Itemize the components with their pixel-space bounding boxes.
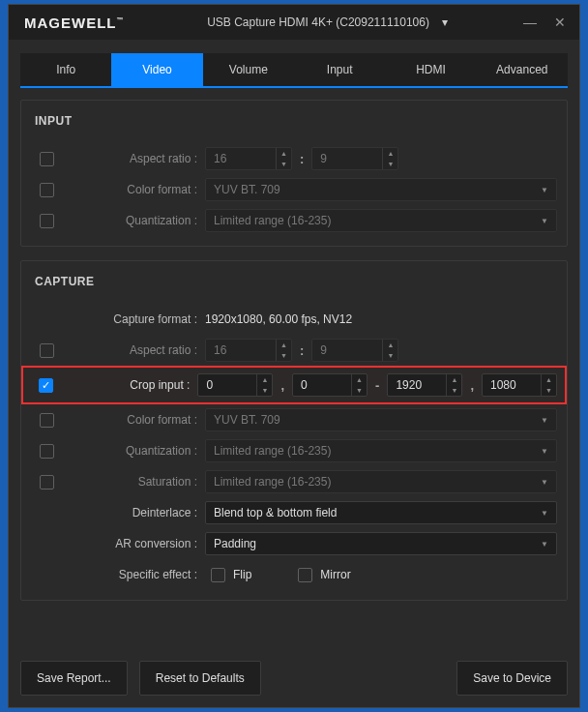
comma-separator: , <box>279 378 286 393</box>
label-capture-format: Capture format : <box>62 312 205 326</box>
checkbox-input-aspect-ratio[interactable] <box>40 152 54 166</box>
chevron-up-icon[interactable]: ▲ <box>352 374 367 385</box>
comma-separator: , <box>468 378 476 393</box>
window-controls: — ✕ <box>523 15 572 29</box>
chevron-down-icon: ▼ <box>541 540 548 549</box>
checkbox-capture-quantization[interactable] <box>40 444 54 459</box>
chevron-up-icon[interactable]: ▲ <box>277 340 291 350</box>
label-input-color-format: Color format : <box>62 183 205 196</box>
minimize-button[interactable]: — <box>523 15 537 29</box>
save-report-button[interactable]: Save Report... <box>20 661 128 696</box>
checkbox-saturation[interactable] <box>40 475 54 490</box>
label-specific-effect: Specific effect : <box>62 568 205 581</box>
tab-advanced[interactable]: Advanced <box>477 53 568 86</box>
device-selector[interactable]: USB Capture HDMI 4K+ (C209211110106) ▾ <box>132 15 524 29</box>
chevron-up-icon[interactable]: ▲ <box>277 148 291 159</box>
chevron-up-icon[interactable]: ▲ <box>447 374 461 385</box>
select-deinterlace[interactable]: Blend top & bottom field ▼ <box>205 501 557 524</box>
spin-capture-aspect-w[interactable]: 16 ▲▼ <box>205 339 292 362</box>
chevron-up-icon[interactable]: ▲ <box>257 374 272 385</box>
device-name: USB Capture HDMI 4K+ (C209211110106) <box>207 15 429 29</box>
row-input-quantization: Quantization : Limited range (16-235) ▼ <box>21 205 567 236</box>
row-input-color-format: Color format : YUV BT. 709 ▼ <box>21 174 567 205</box>
footer: Save Report... Reset to Defaults Save to… <box>9 649 579 707</box>
row-specific-effect: Specific effect : Flip Mirror <box>21 559 567 590</box>
label-flip: Flip <box>233 568 251 581</box>
label-deinterlace: Deinterlace : <box>62 506 205 519</box>
tab-video[interactable]: Video <box>111 53 202 86</box>
save-to-device-button[interactable]: Save to Device <box>456 661 568 696</box>
chevron-down-icon[interactable]: ▼ <box>277 350 291 361</box>
chevron-down-icon[interactable]: ▼ <box>542 385 556 396</box>
chevron-down-icon: ▼ <box>541 447 548 456</box>
tab-input[interactable]: Input <box>294 53 385 86</box>
select-input-quantization[interactable]: Limited range (16-235) ▼ <box>205 209 557 232</box>
row-capture-aspect-ratio: Aspect ratio : 16 ▲▼ : 9 ▲▼ <box>21 335 567 366</box>
spin-crop-w[interactable]: 1920 ▲▼ <box>387 373 462 397</box>
label-mirror: Mirror <box>320 568 350 581</box>
label-ar-conversion: AR conversion : <box>62 537 205 550</box>
reset-defaults-button[interactable]: Reset to Defaults <box>139 661 261 696</box>
chevron-up-icon[interactable]: ▲ <box>383 340 397 350</box>
checkbox-capture-color-format[interactable] <box>40 413 54 428</box>
chevron-down-icon[interactable]: ▼ <box>257 385 272 396</box>
row-input-aspect-ratio: Aspect ratio : 16 ▲▼ : 9 ▲▼ <box>21 143 567 174</box>
section-input: INPUT Aspect ratio : 16 ▲▼ : 9 ▲▼ <box>20 100 568 247</box>
spin-crop-h[interactable]: 1080 ▲▼ <box>482 373 557 397</box>
checkbox-capture-aspect-ratio[interactable] <box>40 343 54 358</box>
chevron-up-icon[interactable]: ▲ <box>542 374 556 385</box>
select-saturation[interactable]: Limited range (16-235) ▼ <box>205 470 557 493</box>
aspect-separator: : <box>298 343 306 358</box>
dash-separator: - <box>373 378 381 393</box>
spin-capture-aspect-h[interactable]: 9 ▲▼ <box>311 339 398 362</box>
checkbox-crop-input[interactable]: ✓ <box>39 378 53 393</box>
chevron-down-icon[interactable]: ▼ <box>383 350 397 361</box>
app-window: MAGEWELL™ USB Capture HDMI 4K+ (C2092111… <box>8 4 580 708</box>
row-capture-format: Capture format : 1920x1080, 60.00 fps, N… <box>21 304 567 335</box>
checkbox-flip[interactable] <box>211 568 225 582</box>
chevron-down-icon: ▼ <box>541 478 548 487</box>
checkbox-mirror[interactable] <box>298 568 312 582</box>
close-button[interactable]: ✕ <box>554 15 566 29</box>
label-capture-color-format: Color format : <box>62 413 205 427</box>
tab-info[interactable]: Info <box>20 53 111 86</box>
select-input-color-format[interactable]: YUV BT. 709 ▼ <box>205 178 557 201</box>
label-capture-aspect-ratio: Aspect ratio : <box>62 343 205 357</box>
select-ar-conversion[interactable]: Padding ▼ <box>205 532 557 555</box>
section-input-title: INPUT <box>21 101 567 143</box>
app-logo: MAGEWELL™ <box>16 15 132 31</box>
checkbox-input-color-format[interactable] <box>40 183 54 197</box>
select-capture-color-format[interactable]: YUV BT. 709 ▼ <box>205 408 557 431</box>
chevron-down-icon[interactable]: ▼ <box>447 385 461 396</box>
aspect-separator: : <box>298 152 306 166</box>
label-input-quantization: Quantization : <box>62 214 205 227</box>
checkbox-input-quantization[interactable] <box>40 214 54 228</box>
value-capture-format: 1920x1080, 60.00 fps, NV12 <box>205 312 352 326</box>
chevron-down-icon: ▾ <box>442 15 448 29</box>
titlebar: MAGEWELL™ USB Capture HDMI 4K+ (C2092111… <box>9 5 579 40</box>
spin-input-aspect-w[interactable]: 16 ▲▼ <box>205 147 292 170</box>
row-capture-color-format: Color format : YUV BT. 709 ▼ <box>21 404 567 435</box>
chevron-down-icon: ▼ <box>541 509 548 518</box>
chevron-down-icon: ▼ <box>541 186 548 194</box>
tab-volume[interactable]: Volume <box>203 53 294 86</box>
label-input-aspect-ratio: Aspect ratio : <box>62 152 205 165</box>
spin-crop-y[interactable]: 0 ▲▼ <box>292 373 368 397</box>
row-saturation: Saturation : Limited range (16-235) ▼ <box>21 466 567 497</box>
tab-bar: Info Video Volume Input HDMI Advanced <box>20 53 568 88</box>
row-ar-conversion: AR conversion : Padding ▼ <box>21 528 567 559</box>
chevron-up-icon[interactable]: ▲ <box>383 148 397 159</box>
chevron-down-icon[interactable]: ▼ <box>277 159 291 169</box>
label-capture-quantization: Quantization : <box>62 444 205 458</box>
spin-input-aspect-h[interactable]: 9 ▲▼ <box>311 147 398 170</box>
row-capture-quantization: Quantization : Limited range (16-235) ▼ <box>21 435 567 466</box>
tab-hdmi[interactable]: HDMI <box>385 53 476 86</box>
select-capture-quantization[interactable]: Limited range (16-235) ▼ <box>205 439 557 462</box>
label-crop-input: Crop input : <box>61 378 198 392</box>
chevron-down-icon[interactable]: ▼ <box>352 385 367 396</box>
chevron-down-icon: ▼ <box>541 416 548 425</box>
spin-crop-x[interactable]: 0 ▲▼ <box>197 373 273 397</box>
label-saturation: Saturation : <box>62 475 205 489</box>
row-deinterlace: Deinterlace : Blend top & bottom field ▼ <box>21 497 567 528</box>
chevron-down-icon[interactable]: ▼ <box>383 159 397 169</box>
